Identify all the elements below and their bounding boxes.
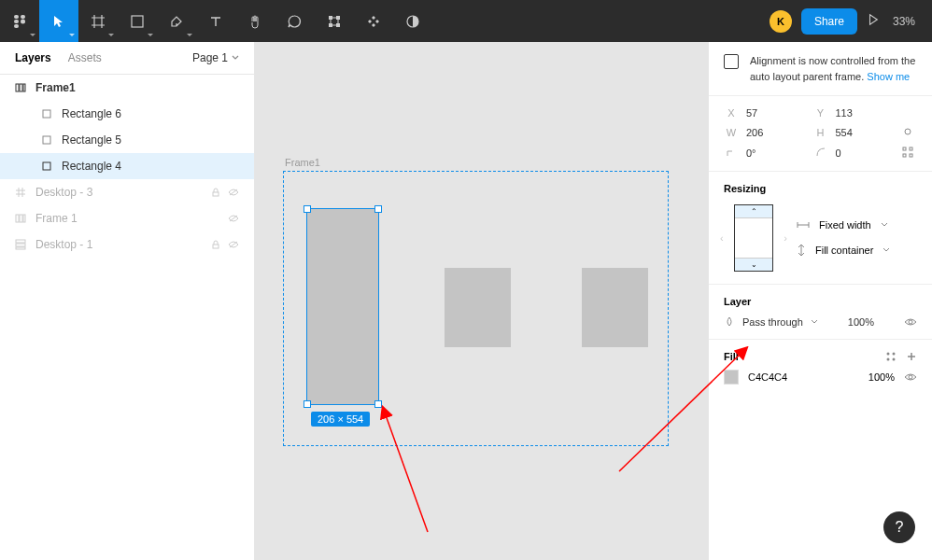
text-tool-button[interactable] [196, 0, 235, 42]
resize-handle-bl[interactable] [304, 400, 311, 408]
comment-tool-button[interactable] [275, 0, 314, 42]
help-button[interactable]: ? [883, 511, 915, 543]
chevron-down-icon [232, 54, 239, 62]
layers-tab[interactable]: Layers [15, 51, 51, 64]
user-avatar[interactable]: K [770, 10, 792, 33]
layer-name: Rectangle 5 [62, 133, 121, 147]
main-menu-button[interactable] [0, 0, 39, 42]
svg-point-3 [21, 19, 25, 23]
resize-top-chevron[interactable]: ⌃ [735, 205, 772, 218]
svg-point-30 [909, 320, 912, 324]
svg-rect-15 [43, 136, 50, 144]
layer-frame-1[interactable]: Frame 1 [0, 205, 254, 231]
comment-icon [287, 14, 302, 29]
canvas-rectangle-5[interactable] [445, 268, 511, 347]
play-icon [867, 13, 880, 26]
lock-icon[interactable] [211, 188, 220, 197]
canvas-rectangle-6[interactable] [582, 268, 648, 347]
edit-object-button[interactable] [315, 0, 354, 42]
layer-rectangle-6[interactable]: Rectangle 6 [0, 101, 254, 127]
svg-rect-21 [16, 240, 25, 243]
resize-bottom-chevron[interactable]: ⌄ [735, 258, 772, 271]
rotation-value[interactable]: 0° [746, 147, 806, 159]
show-me-link[interactable]: Show me [867, 71, 910, 82]
chevron-down-icon [811, 318, 818, 326]
link-dimensions-icon[interactable] [902, 126, 917, 139]
mask-icon [405, 14, 420, 29]
hidden-icon[interactable] [228, 188, 239, 197]
layers-panel: Layers Assets Page 1 Frame1 Rectangle 6 … [0, 42, 255, 560]
move-tool-button[interactable] [39, 0, 78, 42]
frame-tool-button[interactable] [78, 0, 118, 42]
x-value[interactable]: 57 [746, 107, 806, 119]
h-value[interactable]: 554 [836, 127, 896, 138]
shape-tool-button[interactable] [118, 0, 157, 42]
assets-tab[interactable]: Assets [68, 51, 102, 64]
resize-right-chevron[interactable]: › [784, 232, 787, 244]
frame-label[interactable]: Frame1 [285, 157, 320, 168]
autolayout-icon [15, 213, 26, 224]
fill-opacity[interactable]: 100% [868, 371, 895, 383]
resizing-widget[interactable]: ‹ ⌃ ⌄ › [724, 203, 784, 273]
x-label: X [724, 107, 739, 119]
y-label: Y [813, 107, 828, 119]
svg-rect-20 [23, 215, 25, 222]
canvas-rectangle-4[interactable] [306, 208, 379, 405]
layer-opacity[interactable]: 100% [848, 316, 874, 328]
svg-point-34 [893, 358, 896, 361]
resize-left-chevron[interactable]: ‹ [720, 232, 724, 244]
svg-rect-2 [14, 20, 19, 23]
hidden-icon[interactable] [228, 214, 239, 223]
fill-visibility-icon[interactable] [904, 372, 917, 382]
layer-name: Frame1 [35, 81, 76, 94]
mask-button[interactable] [393, 0, 432, 42]
selection-dimensions-badge: 206 × 554 [311, 412, 370, 427]
layer-section-title: Layer [724, 296, 917, 307]
layer-name: Desktop - 3 [35, 186, 92, 199]
design-panel: Alignment is now controlled from the aut… [708, 42, 932, 560]
present-button[interactable] [867, 13, 880, 30]
svg-rect-18 [16, 215, 19, 222]
y-value[interactable]: 113 [836, 107, 896, 119]
w-label: W [724, 127, 739, 138]
svg-point-33 [887, 358, 890, 361]
layer-desktop-1[interactable]: Desktop - 1 [0, 231, 254, 258]
resize-handle-tl[interactable] [304, 205, 311, 213]
layer-rectangle-4[interactable]: Rectangle 4 [0, 153, 254, 179]
resize-handle-tr[interactable] [374, 205, 382, 213]
svg-rect-22 [16, 244, 25, 246]
vertical-resizing-option[interactable]: Fill container [797, 244, 890, 257]
rectangle-icon [41, 161, 52, 172]
edit-object-icon [327, 14, 342, 29]
page-selector[interactable]: Page 1 [192, 51, 239, 64]
svg-rect-28 [903, 154, 906, 157]
zoom-level[interactable]: 33% [889, 15, 919, 28]
svg-rect-19 [20, 215, 22, 222]
svg-point-31 [887, 353, 890, 356]
share-button[interactable]: Share [801, 8, 857, 35]
independent-corners-icon[interactable] [902, 147, 917, 160]
radius-value[interactable]: 0 [836, 147, 896, 159]
w-value[interactable]: 206 [746, 127, 806, 138]
fill-hex-value[interactable]: C4C4C4 [748, 371, 787, 383]
resize-handle-br[interactable] [374, 400, 382, 408]
layer-rectangle-5[interactable]: Rectangle 5 [0, 127, 254, 153]
hand-tool-button[interactable] [235, 0, 275, 42]
pen-tool-button[interactable] [157, 0, 196, 42]
style-icon[interactable] [885, 351, 897, 362]
horizontal-resizing-option[interactable]: Fixed width [797, 219, 890, 231]
blend-mode-dropdown[interactable]: Pass through [724, 316, 818, 328]
fill-color-swatch[interactable] [724, 370, 739, 385]
blend-icon [724, 316, 735, 328]
radius-icon [813, 147, 828, 159]
autolayout-h-icon [15, 239, 26, 250]
visibility-icon[interactable] [904, 317, 917, 327]
canvas[interactable]: Frame1 206 × 554 [255, 42, 708, 560]
layer-frame1[interactable]: Frame1 [0, 75, 254, 101]
hidden-icon[interactable] [228, 240, 239, 249]
svg-rect-24 [213, 245, 219, 248]
add-fill-icon[interactable] [906, 351, 917, 362]
layer-desktop-3[interactable]: Desktop - 3 [0, 179, 254, 205]
lock-icon[interactable] [211, 240, 220, 249]
create-component-button[interactable] [354, 0, 393, 42]
